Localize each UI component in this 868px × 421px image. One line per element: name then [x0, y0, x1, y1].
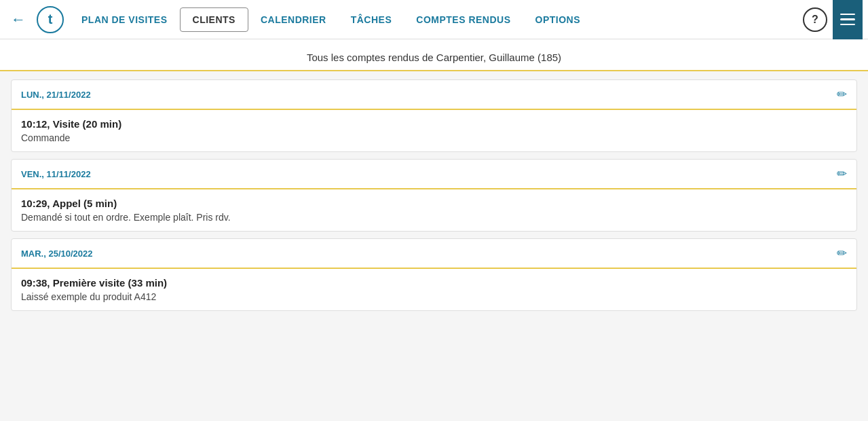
entry-card-3-body: 09:38, Première visite (33 min) Laissé e… [12, 269, 856, 310]
entry-card-3-date: MAR., 25/10/2022 [21, 249, 93, 259]
entry-card-3-edit-button[interactable] [837, 246, 847, 261]
nav-item-options[interactable]: OPTIONS [523, 0, 593, 39]
entry-card-1-date: LUN., 21/11/2022 [21, 90, 91, 100]
entry-card-1-description: Commande [21, 132, 847, 143]
entries-list: LUN., 21/11/2022 10:12, Visite (20 min) … [0, 71, 868, 319]
entry-card-2-date: VEN., 11/11/2022 [21, 169, 91, 179]
entry-card-2-header: VEN., 11/11/2022 [12, 160, 856, 189]
nav-items: PLAN DE VISITES CLIENTS CALENDRIER TÂCHE… [69, 0, 803, 39]
entry-card-2: VEN., 11/11/2022 10:29, Appel (5 min) De… [11, 159, 857, 232]
hamburger-line-2 [840, 18, 855, 20]
entry-card-3: MAR., 25/10/2022 09:38, Première visite … [11, 238, 857, 311]
entry-card-2-body: 10:29, Appel (5 min) Demandé si tout en … [12, 189, 856, 231]
entry-card-3-header: MAR., 25/10/2022 [12, 239, 856, 269]
help-button[interactable]: ? [803, 7, 827, 32]
nav-item-taches[interactable]: TÂCHES [339, 0, 404, 39]
entry-card-2-description: Demandé si tout en ordre. Exemple plaît.… [21, 212, 847, 223]
hamburger-line-3 [840, 24, 855, 26]
page-title-bar: Tous les comptes rendus de Carpentier, G… [0, 39, 868, 71]
nav-right: ? [803, 0, 863, 39]
nav-item-plan-de-visites[interactable]: PLAN DE VISITES [69, 0, 180, 39]
entry-card-1-body: 10:12, Visite (20 min) Commande [12, 110, 856, 151]
entry-card-1: LUN., 21/11/2022 10:12, Visite (20 min) … [11, 79, 857, 152]
hamburger-menu-button[interactable] [833, 0, 863, 39]
page-title: Tous les comptes rendus de Carpentier, G… [307, 52, 561, 63]
nav-item-comptes-rendus[interactable]: COMPTES RENDUS [404, 0, 523, 39]
entry-card-2-title: 10:29, Appel (5 min) [21, 198, 847, 209]
entry-card-3-title: 09:38, Première visite (33 min) [21, 277, 847, 289]
navbar: ← t PLAN DE VISITES CLIENTS CALENDRIER T… [0, 0, 868, 39]
entry-card-2-edit-button[interactable] [837, 166, 847, 181]
entry-card-1-title: 10:12, Visite (20 min) [21, 118, 847, 130]
nav-item-clients[interactable]: CLIENTS [180, 7, 248, 32]
nav-item-calendrier[interactable]: CALENDRIER [248, 0, 339, 39]
entry-card-1-header: LUN., 21/11/2022 [12, 80, 856, 110]
back-button[interactable]: ← [5, 11, 31, 29]
entry-card-1-edit-button[interactable] [837, 87, 847, 102]
hamburger-line-1 [840, 14, 855, 16]
app-logo: t [37, 6, 64, 33]
entry-card-3-description: Laissé exemple du produit A412 [21, 291, 847, 302]
